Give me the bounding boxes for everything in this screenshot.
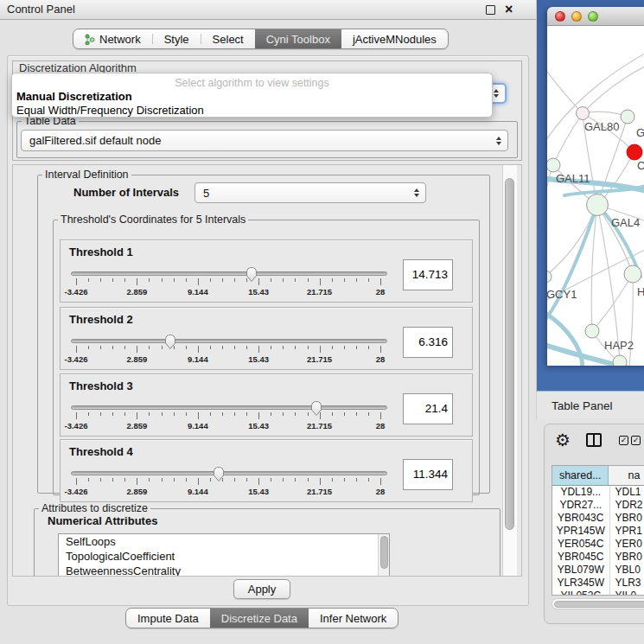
minor-tick <box>174 478 175 481</box>
threshold-value-field[interactable]: 21.4 <box>403 393 453 424</box>
numerical-attributes-list[interactable]: SelfLoopsTopologicalCoefficientBetweenne… <box>58 533 390 577</box>
table-data-combobox[interactable]: galFiltered.sif default node <box>21 130 508 151</box>
minor-tick <box>149 478 150 481</box>
minor-tick <box>271 478 271 481</box>
tab-discretize-data[interactable]: Discretize Data <box>210 609 309 628</box>
minor-tick <box>124 412 125 416</box>
network-node[interactable] <box>585 324 599 338</box>
table-row[interactable]: YER054CYER0 <box>552 538 644 551</box>
network-edge <box>592 274 633 331</box>
number-of-intervals-combobox[interactable]: 5 <box>194 182 426 203</box>
apply-button[interactable]: Apply <box>233 579 290 599</box>
minor-tick <box>149 412 150 416</box>
threshold-panel-2: Threshold 2-3.4262.8599.14415.4321.71528… <box>60 307 473 370</box>
control-panel: Control Panel × NetworkStyleSelectCyni T… <box>0 0 536 644</box>
float-window-icon[interactable] <box>486 5 495 15</box>
gear-icon[interactable]: ⚙ <box>555 429 571 451</box>
table-row[interactable]: YBL079WYBL0 <box>552 564 644 577</box>
network-node-selected[interactable] <box>627 144 642 160</box>
columns-icon[interactable] <box>586 433 602 447</box>
network-node[interactable] <box>613 355 627 366</box>
list-scrollbar[interactable] <box>378 534 389 577</box>
table-row[interactable]: YDL19...YDL1 <box>552 486 644 499</box>
tab-cyni-toolbox[interactable]: Cyni Toolbox <box>255 29 341 48</box>
tab-infer-network[interactable]: Infer Network <box>309 609 398 628</box>
major-tick <box>258 278 259 285</box>
popup-option-equal-width-frequency[interactable]: Equal Width/Frequency Discretization <box>16 104 204 117</box>
table-row[interactable]: YIL052CYIL0 <box>552 590 644 596</box>
table-row[interactable]: YBR043CYBR0 <box>552 512 644 525</box>
column-header-2[interactable]: na <box>609 466 644 485</box>
table-cell: YDL1 <box>610 486 644 499</box>
tab-impute-data[interactable]: Impute Data <box>126 609 210 628</box>
slider-thumb[interactable] <box>245 266 258 286</box>
network-node[interactable] <box>547 158 560 172</box>
zoom-traffic-light-icon[interactable] <box>588 11 598 22</box>
slider-track[interactable] <box>71 339 387 343</box>
tab-select[interactable]: Select <box>201 29 255 48</box>
tab-network[interactable]: Network <box>73 29 152 48</box>
table-row[interactable]: YDR27...YDR2 <box>552 499 644 512</box>
minimize-traffic-light-icon[interactable] <box>571 11 582 22</box>
tab-style[interactable]: Style <box>153 29 201 48</box>
threshold-slider[interactable]: -3.4262.8599.14415.4321.71528 <box>71 466 389 501</box>
threshold-slider[interactable]: -3.4262.8599.14415.4321.71528 <box>71 400 389 435</box>
close-icon[interactable]: × <box>505 0 513 19</box>
network-node[interactable] <box>577 107 590 120</box>
major-tick <box>76 412 77 419</box>
slider-thumb[interactable] <box>212 466 226 486</box>
table-panel-header: Table Panel <box>536 391 644 420</box>
checkbox-icon[interactable]: ✓ <box>619 436 628 445</box>
popup-option-manual-discretization[interactable]: Manual Discretization <box>16 90 132 103</box>
node-label: GCY1 <box>547 288 577 301</box>
network-window-titlebar[interactable] <box>547 7 644 26</box>
slider-track[interactable] <box>71 271 387 276</box>
network-node[interactable] <box>624 265 641 283</box>
tick-label: -3.426 <box>65 287 88 296</box>
slider-track[interactable] <box>71 471 387 475</box>
table-cell: YER054C <box>552 538 610 551</box>
node-label: GA <box>636 126 644 139</box>
close-traffic-light-icon[interactable] <box>555 11 565 22</box>
slider-thumb[interactable] <box>309 400 323 420</box>
slider-thumb[interactable] <box>163 334 177 354</box>
threshold-slider[interactable]: -3.4262.8599.14415.4321.71528 <box>71 334 389 368</box>
minor-tick <box>234 478 235 481</box>
network-node[interactable] <box>587 194 609 216</box>
attribute-list-item[interactable]: BetweennessCentrality <box>59 564 389 577</box>
minor-tick <box>246 478 247 481</box>
tick-label: 2.859 <box>127 287 148 296</box>
tick-label: 28 <box>376 287 386 296</box>
minor-tick <box>246 346 247 349</box>
threshold-value-field[interactable]: 14.713 <box>403 259 453 290</box>
minor-tick <box>283 278 284 282</box>
threshold-value-field[interactable]: 11.344 <box>403 459 453 490</box>
tab-label: Select <box>213 33 244 46</box>
slider-track[interactable] <box>71 405 387 410</box>
table-cell: YBR0 <box>610 512 644 525</box>
network-node[interactable] <box>621 110 634 124</box>
network-view-window[interactable]: GAL80GAGAL11CGAL4GCY1HHAP2 <box>547 7 644 366</box>
settings-scrollbar-thumb[interactable] <box>505 178 514 530</box>
network-node[interactable] <box>547 271 552 283</box>
threshold-slider[interactable]: -3.4262.8599.14415.4321.71528 <box>71 266 389 301</box>
threshold-value-field[interactable]: 6.316 <box>403 327 453 358</box>
table-row[interactable]: YPR145WYPR1 <box>552 525 644 538</box>
network-canvas[interactable]: GAL80GAGAL11CGAL4GCY1HHAP2 <box>547 26 644 366</box>
major-tick <box>320 278 321 285</box>
minor-tick <box>332 412 333 416</box>
settings-scrollbar[interactable] <box>502 165 517 577</box>
major-tick <box>198 412 199 419</box>
attribute-list-item[interactable]: TopologicalCoefficient <box>59 549 389 564</box>
column-header-1[interactable]: shared... <box>552 466 609 485</box>
major-tick <box>76 478 77 485</box>
table-horizontal-scrollbar[interactable] <box>552 598 644 609</box>
minor-tick <box>222 278 223 282</box>
tab-jactivemnodules[interactable]: jActiveMNodules <box>341 29 448 48</box>
table-scrollbar-thumb[interactable] <box>554 601 644 608</box>
checkbox-icon[interactable]: ✓ <box>631 436 641 445</box>
list-scrollbar-thumb[interactable] <box>380 536 388 569</box>
table-row[interactable]: YBR045CYBR0 <box>552 551 644 564</box>
attribute-list-item[interactable]: SelfLoops <box>59 534 389 549</box>
table-row[interactable]: YLR345WYLR3 <box>552 577 644 590</box>
